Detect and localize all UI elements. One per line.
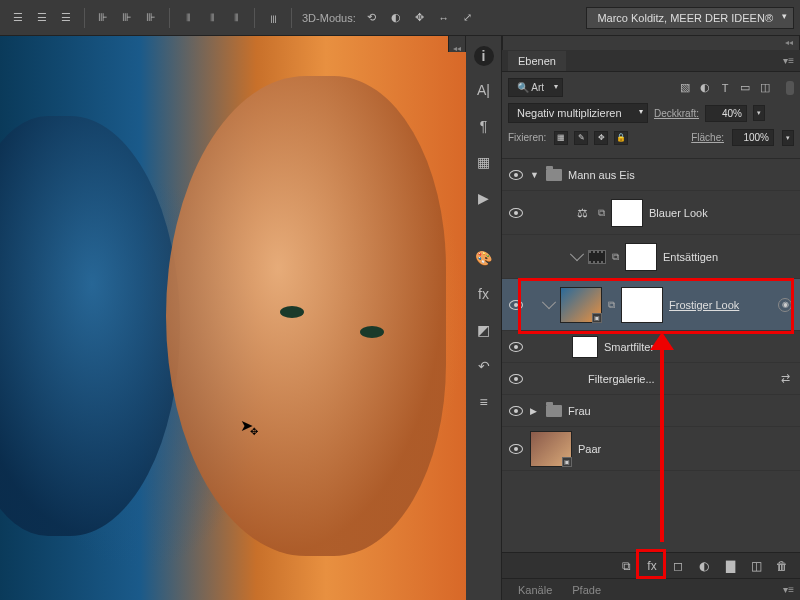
filter-type-icon[interactable]: T xyxy=(718,81,732,95)
workspace-switcher[interactable]: Marco Kolditz, MEER DER IDEEN® xyxy=(586,7,794,29)
link-icon[interactable]: ⧉ xyxy=(612,251,619,263)
fill-input[interactable]: 100% xyxy=(732,129,774,146)
layer-name[interactable]: Mann aus Eis xyxy=(568,169,635,181)
fill-label[interactable]: Fläche: xyxy=(691,132,724,143)
mask-thumbnail[interactable] xyxy=(611,199,643,227)
actions-panel-icon[interactable]: ▶ xyxy=(472,186,496,210)
distribute-icon[interactable]: ⫴ xyxy=(177,7,199,29)
layer-name[interactable]: Entsättigen xyxy=(663,251,718,263)
filmstrip-icon xyxy=(588,250,606,264)
visibility-toggle[interactable] xyxy=(502,300,530,310)
channels-tab[interactable]: Kanäle xyxy=(508,580,562,600)
layer-name[interactable]: Frostiger Look xyxy=(669,299,739,311)
filter-adjust-icon[interactable]: ◐ xyxy=(698,81,712,95)
scale-icon[interactable]: ⤢ xyxy=(457,7,479,29)
new-group-icon[interactable]: ▇ xyxy=(722,558,738,574)
opacity-label[interactable]: Deckkraft: xyxy=(654,108,699,119)
character-panel-icon[interactable]: A| xyxy=(472,78,496,102)
visibility-toggle[interactable] xyxy=(502,406,530,416)
layer-group[interactable]: ▼ Mann aus Eis xyxy=(502,159,800,191)
filter-toggle[interactable] xyxy=(786,81,794,95)
filter-blend-icon[interactable]: ⇄ xyxy=(778,372,792,386)
layer-thumbnail[interactable]: ▣ xyxy=(560,287,602,323)
lock-label: Fixieren: xyxy=(508,132,546,143)
lock-all-icon[interactable]: 🔒 xyxy=(614,131,628,145)
distribute-icon[interactable]: ⫴ xyxy=(225,7,247,29)
distribute-icon[interactable]: ⫼ xyxy=(262,7,284,29)
filter-kind-value: Art xyxy=(531,82,544,93)
visibility-toggle[interactable] xyxy=(502,208,530,218)
filter-shape-icon[interactable]: ▭ xyxy=(738,81,752,95)
filter-smart-icon[interactable]: ◫ xyxy=(758,81,772,95)
navigator-panel-icon[interactable]: ▦ xyxy=(472,150,496,174)
panel-menu-icon[interactable]: ▾≡ xyxy=(783,55,794,66)
styles-panel-icon[interactable]: fx xyxy=(472,282,496,306)
roll-icon[interactable]: ◐ xyxy=(385,7,407,29)
layer-filter-kind[interactable]: 🔍 Art xyxy=(508,78,563,97)
canvas-area[interactable]: ◂◂ ➤ xyxy=(0,36,466,600)
adjustment-layer[interactable]: ⚖ ⧉ Blauer Look xyxy=(502,191,800,235)
distribute-icon[interactable]: ⊪ xyxy=(92,7,114,29)
link-layers-icon[interactable]: ⧉ xyxy=(618,558,634,574)
history-panel-icon[interactable]: ↶ xyxy=(472,354,496,378)
visibility-toggle[interactable] xyxy=(502,444,530,454)
lock-transparency-icon[interactable]: ▦ xyxy=(554,131,568,145)
collapsed-panel-dock: i A| ¶ ▦ ▶ 🎨 fx ◩ ↶ ≡ xyxy=(466,36,502,600)
adjustments-panel-icon[interactable]: ◩ xyxy=(472,318,496,342)
paths-tab[interactable]: Pfade xyxy=(562,580,611,600)
distribute-icon[interactable]: ⫴ xyxy=(201,7,223,29)
lock-pixels-icon[interactable]: ✎ xyxy=(574,131,588,145)
visibility-toggle[interactable] xyxy=(502,170,530,180)
distribute-icon[interactable]: ⊪ xyxy=(140,7,162,29)
align-icon[interactable]: ☰ xyxy=(31,7,53,29)
pan-icon[interactable]: ✥ xyxy=(409,7,431,29)
link-icon[interactable]: ⧉ xyxy=(608,299,615,311)
layer-name[interactable]: Paar xyxy=(578,443,601,455)
collapse-tab[interactable]: ◂◂ xyxy=(448,36,466,52)
paragraph-panel-icon[interactable]: ¶ xyxy=(472,114,496,138)
fill-flyout[interactable]: ▾ xyxy=(782,130,794,146)
mask-thumbnail[interactable] xyxy=(625,243,657,271)
mask-thumbnail[interactable] xyxy=(621,287,663,323)
layers-tab[interactable]: Ebenen xyxy=(508,51,566,71)
filter-name[interactable]: Filtergalerie... xyxy=(588,373,655,385)
align-icon[interactable]: ☰ xyxy=(7,7,29,29)
visibility-toggle[interactable] xyxy=(502,374,530,384)
link-icon[interactable]: ⧉ xyxy=(598,207,605,219)
filter-visibility-icon[interactable]: ◉ xyxy=(778,298,792,312)
align-icon[interactable]: ☰ xyxy=(55,7,77,29)
disclosure-icon[interactable]: ▼ xyxy=(530,170,540,180)
adjustment-layer[interactable]: ⧉ Entsättigen xyxy=(502,235,800,279)
layer-name[interactable]: Frau xyxy=(568,405,591,417)
blend-mode-select[interactable]: Negativ multiplizieren xyxy=(508,103,648,123)
new-adjustment-icon[interactable]: ◐ xyxy=(696,558,712,574)
layer-group[interactable]: ▶ Frau xyxy=(502,395,800,427)
properties-panel-icon[interactable]: ≡ xyxy=(472,390,496,414)
opacity-input[interactable]: 40% xyxy=(705,105,747,122)
add-mask-icon[interactable]: ◻ xyxy=(670,558,686,574)
layer-name[interactable]: Blauer Look xyxy=(649,207,708,219)
delete-layer-icon[interactable]: 🗑 xyxy=(774,558,790,574)
bottom-panel-tabs: Kanäle Pfade ▾≡ xyxy=(502,578,800,600)
lock-position-icon[interactable]: ✥ xyxy=(594,131,608,145)
disclosure-icon[interactable]: ▶ xyxy=(530,406,540,416)
smart-filter-item[interactable]: Filtergalerie... ⇄ xyxy=(502,363,800,395)
smart-filters-row[interactable]: Smartfilter xyxy=(502,331,800,363)
swatches-panel-icon[interactable]: 🎨 xyxy=(472,246,496,270)
opacity-flyout[interactable]: ▾ xyxy=(753,105,765,121)
distribute-icon[interactable]: ⊪ xyxy=(116,7,138,29)
pixel-layer[interactable]: ▣ Paar xyxy=(502,427,800,471)
layer-thumbnail[interactable]: ▣ xyxy=(530,431,572,467)
panel-menu-icon[interactable]: ▾≡ xyxy=(783,584,794,595)
info-panel-icon[interactable]: i xyxy=(474,46,494,66)
filter-mask-thumbnail[interactable] xyxy=(572,336,598,358)
filter-pixel-icon[interactable]: ▧ xyxy=(678,81,692,95)
smart-object-layer[interactable]: ▣ ⧉ Frostiger Look ◉ xyxy=(502,279,800,331)
clip-icon xyxy=(570,247,584,261)
orbit-icon[interactable]: ⟲ xyxy=(361,7,383,29)
slide-icon[interactable]: ↔ xyxy=(433,7,455,29)
layer-style-icon[interactable]: fx xyxy=(644,558,660,574)
visibility-toggle[interactable] xyxy=(502,342,530,352)
new-layer-icon[interactable]: ◫ xyxy=(748,558,764,574)
panel-collapse[interactable]: ◂◂ xyxy=(502,36,800,50)
